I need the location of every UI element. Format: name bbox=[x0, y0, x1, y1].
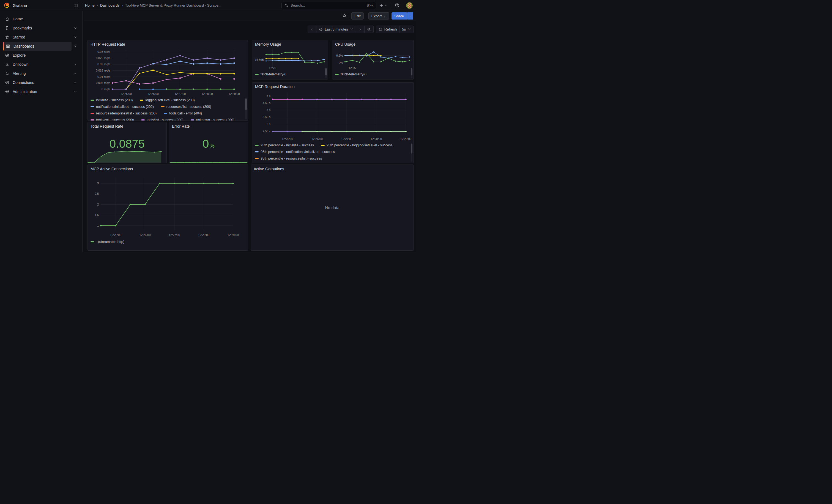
legend-scrollbar[interactable] bbox=[411, 143, 412, 162]
error-rate-sparkline[interactable] bbox=[170, 159, 248, 163]
legend-item[interactable]: resources/list - success (200) bbox=[161, 103, 211, 110]
svg-text:12:25: 12:25 bbox=[269, 66, 276, 70]
legend-scrollbar[interactable] bbox=[411, 68, 412, 78]
panel-title[interactable]: MCP Active Connections bbox=[88, 165, 248, 171]
sidebar-item-administration[interactable]: Administration bbox=[3, 87, 82, 96]
edit-button[interactable]: Edit bbox=[352, 12, 363, 20]
time-shift-forward-button[interactable] bbox=[356, 26, 364, 33]
sidebar-item-label: Drilldown bbox=[12, 62, 29, 67]
legend-scrollbar[interactable] bbox=[245, 98, 247, 120]
cpu-usage-chart[interactable]: 12:250.2%0% bbox=[334, 47, 413, 71]
legend-item[interactable]: logging/setLevel - success (200) bbox=[140, 97, 194, 103]
sidebar-item-explore[interactable]: Explore bbox=[3, 51, 82, 60]
favorite-star-button[interactable] bbox=[342, 13, 347, 19]
legend-item[interactable]: initialize - success (200) bbox=[90, 97, 133, 103]
panel-title[interactable]: Total Request Rate bbox=[88, 122, 166, 129]
refresh-button[interactable]: Refresh bbox=[376, 26, 399, 33]
chevron-down-icon[interactable] bbox=[72, 90, 79, 94]
legend-scrollbar[interactable] bbox=[325, 68, 327, 78]
sidebar-item-drilldown[interactable]: Drilldown bbox=[3, 60, 82, 69]
legend-label: tools/list - success (200) bbox=[147, 118, 183, 121]
time-range-picker[interactable]: Last 5 minutes bbox=[316, 26, 356, 33]
legend-label: fetch-telemetry-0 bbox=[341, 72, 366, 76]
chevron-down-icon[interactable] bbox=[72, 62, 79, 66]
legend-item[interactable]: tools/call - success (200) bbox=[90, 117, 134, 121]
svg-text:2.50 s: 2.50 s bbox=[262, 130, 270, 133]
time-shift-back-button[interactable] bbox=[308, 26, 316, 33]
chevron-left-icon bbox=[310, 28, 314, 31]
legend-item[interactable]: 95th percentile - logging/setLevel - suc… bbox=[321, 142, 393, 149]
breadcrumb-item[interactable]: Home bbox=[85, 3, 95, 7]
legend-item[interactable]: - (streamable-http) bbox=[90, 239, 124, 245]
svg-text:4.50 s: 4.50 s bbox=[262, 101, 270, 105]
sidebar-item-alerting[interactable]: Alerting bbox=[3, 69, 82, 78]
share-button[interactable]: Share bbox=[391, 12, 407, 20]
panel-title[interactable]: HTTP Request Rate bbox=[88, 40, 248, 47]
sidebar-item-label: Home bbox=[12, 17, 23, 21]
legend-item[interactable]: fetch-telemetry-0 bbox=[335, 71, 366, 78]
legend-item[interactable]: tools/call - error (404) bbox=[164, 110, 202, 117]
mcp-request-duration-chart[interactable]: 12:25:0012:26:0012:27:0012:28:0012:29:00… bbox=[253, 90, 413, 141]
legend-item[interactable]: 95th percentile - initialize - success bbox=[255, 142, 314, 149]
legend-label: 95th percentile - notifications/initiali… bbox=[261, 150, 335, 154]
memory-usage-chart[interactable]: 12:2516 MiB bbox=[253, 47, 328, 71]
help-button[interactable] bbox=[394, 2, 400, 9]
chevron-down-icon bbox=[384, 4, 387, 7]
sidebar-toggle-button[interactable] bbox=[72, 2, 79, 9]
share-dropdown-button[interactable] bbox=[407, 12, 413, 20]
sidebar-item-dashboards[interactable]: Dashboards bbox=[3, 42, 82, 51]
svg-text:3: 3 bbox=[97, 182, 99, 185]
sidebar-item-highlight: Explore bbox=[3, 51, 72, 60]
top-navigation-bar: Grafana Home›Dashboards›ToolHive MCP Ser… bbox=[0, 0, 416, 11]
subheader-divider bbox=[349, 14, 349, 19]
legend-item[interactable]: 95th percentile - resources/list - succe… bbox=[255, 155, 322, 162]
sidebar-item-home[interactable]: Home bbox=[3, 15, 82, 23]
chevron-down-icon[interactable] bbox=[72, 44, 79, 48]
legend: - (streamable-http) bbox=[90, 239, 243, 246]
refresh-interval-dropdown[interactable]: 5s bbox=[399, 26, 414, 33]
legend: initialize - success (200)logging/setLev… bbox=[90, 97, 243, 121]
zoom-out-button[interactable] bbox=[364, 26, 373, 33]
sidebar-item-bookmarks[interactable]: Bookmarks bbox=[3, 24, 82, 32]
legend-label: tools/call - success (200) bbox=[96, 118, 134, 121]
chevron-down-icon[interactable] bbox=[72, 26, 79, 30]
legend-item[interactable]: 95th percentile - resources/templates/li… bbox=[255, 162, 338, 163]
panel-title[interactable]: CPU Usage bbox=[332, 40, 414, 47]
chevron-down-icon[interactable] bbox=[72, 72, 79, 75]
zoom-out-icon bbox=[367, 27, 371, 31]
export-button[interactable]: Export bbox=[368, 12, 390, 20]
panel-title[interactable]: MCP Request Duration bbox=[252, 82, 414, 89]
search-input[interactable]: Search... ⌘+k bbox=[282, 2, 376, 9]
svg-text:12:29:00: 12:29:00 bbox=[229, 92, 240, 96]
add-new-button[interactable] bbox=[379, 2, 388, 9]
search-shortcut: ⌘+k bbox=[366, 4, 373, 7]
panel-title[interactable]: Memory Usage bbox=[252, 40, 328, 47]
chevron-down-icon[interactable] bbox=[72, 81, 79, 84]
refresh-icon bbox=[379, 27, 383, 31]
stat-number: 0 bbox=[203, 137, 209, 151]
legend-item[interactable]: notifications/initialized - success (202… bbox=[90, 103, 154, 110]
svg-text:3 s: 3 s bbox=[267, 123, 270, 126]
svg-text:0.025 req/s: 0.025 req/s bbox=[96, 56, 110, 60]
legend-item[interactable]: fetch-telemetry-0 bbox=[255, 71, 286, 78]
legend-item[interactable]: unknown - success (200) bbox=[191, 117, 234, 121]
legend-item[interactable]: resources/templates/list - success (200) bbox=[90, 110, 157, 117]
total-request-rate-sparkline[interactable] bbox=[88, 145, 161, 163]
http-request-rate-chart[interactable]: 12:25:0012:26:0012:27:0012:28:0012:29:00… bbox=[89, 48, 248, 96]
breadcrumb-item[interactable]: Dashboards bbox=[100, 3, 120, 7]
sidebar-item-starred[interactable]: Starred bbox=[3, 33, 82, 42]
chevron-down-icon[interactable] bbox=[72, 35, 79, 39]
legend-item[interactable]: tools/list - success (200) bbox=[141, 117, 183, 121]
sidebar-item-connections[interactable]: Connections bbox=[3, 78, 82, 87]
topbar-divider bbox=[82, 3, 82, 8]
panel-error-rate: Error Rate 0 % bbox=[169, 122, 248, 163]
legend-swatch bbox=[90, 113, 94, 114]
topbar-divider bbox=[391, 3, 391, 8]
legend-item[interactable]: 95th percentile - notifications/initiali… bbox=[255, 149, 335, 155]
subheader-divider bbox=[366, 14, 366, 19]
panel-title[interactable]: Error Rate bbox=[169, 122, 248, 129]
mcp-active-connections-chart[interactable]: 12:25:0012:26:0012:27:0012:28:0012:29:00… bbox=[89, 173, 248, 237]
user-avatar[interactable] bbox=[406, 2, 413, 9]
svg-text:12:27:00: 12:27:00 bbox=[168, 233, 180, 237]
sidebar-item-highlight: Bookmarks bbox=[3, 24, 72, 32]
